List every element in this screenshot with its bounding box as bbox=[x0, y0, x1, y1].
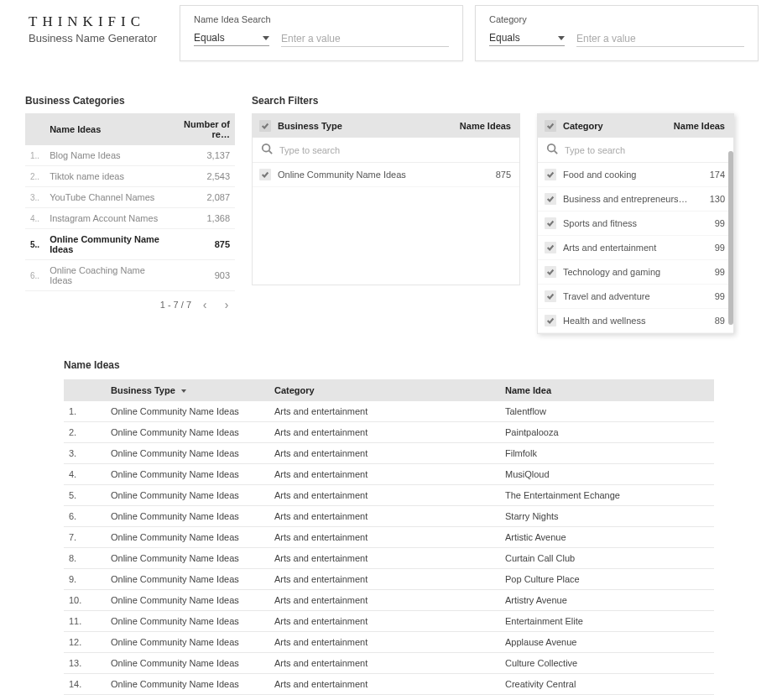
biz-cat-col-name[interactable]: Name Ideas bbox=[44, 113, 167, 145]
checkbox-icon[interactable] bbox=[545, 242, 556, 253]
filter-row-count: 174 bbox=[700, 170, 725, 180]
row-category: Arts and entertainment bbox=[269, 422, 500, 443]
name-ideas-col-biz[interactable]: Business Type bbox=[106, 379, 269, 401]
row-name-idea: Talentflow bbox=[500, 401, 714, 422]
business-type-filter-row[interactable]: Online Community Name Ideas875 bbox=[253, 163, 519, 187]
row-category: Arts and entertainment bbox=[269, 569, 500, 590]
name-ideas-row[interactable]: 15.Online Community Name IdeasArts and e… bbox=[64, 695, 714, 701]
business-category-row[interactable]: 5..Online Community Name Ideas875 bbox=[25, 229, 235, 260]
category-filter-panel: Category Name Ideas Food and cooking174B… bbox=[537, 113, 734, 334]
row-name-idea: Paintpalooza bbox=[500, 422, 714, 443]
row-name-idea: Artistry Avenue bbox=[500, 590, 714, 611]
name-idea-search-label: Name Idea Search bbox=[194, 14, 449, 24]
business-categories-table: Name Ideas Number of re… 1..Blog Name Id… bbox=[25, 113, 235, 291]
category-search-input[interactable] bbox=[565, 145, 725, 155]
row-name-idea: Entertainment Elite bbox=[500, 611, 714, 632]
name-idea-value-input[interactable] bbox=[281, 31, 449, 47]
row-count: 3,137 bbox=[167, 145, 235, 166]
pager-next-button[interactable]: › bbox=[218, 296, 235, 313]
name-ideas-section: Name Ideas Business Type Category Name I… bbox=[64, 359, 714, 700]
row-category: Arts and entertainment bbox=[269, 506, 500, 527]
row-name: YouTube Channel Names bbox=[44, 187, 167, 208]
row-count: 2,543 bbox=[167, 166, 235, 187]
row-business-type: Online Community Name Ideas bbox=[106, 527, 269, 548]
category-filter-row[interactable]: Sports and fitness99 bbox=[538, 212, 733, 236]
filter-row-name: Travel and adventure bbox=[563, 291, 700, 301]
business-type-header-count: Name Ideas bbox=[460, 121, 511, 131]
name-ideas-row[interactable]: 9.Online Community Name IdeasArts and en… bbox=[64, 569, 714, 590]
category-filter-row[interactable]: Business and entrepreneurs…130 bbox=[538, 187, 733, 212]
search-icon bbox=[546, 143, 558, 157]
filter-row-count: 99 bbox=[700, 243, 725, 253]
row-index: 4.. bbox=[25, 208, 44, 229]
biz-cat-col-count[interactable]: Number of re… bbox=[167, 113, 235, 145]
name-ideas-row[interactable]: 8.Online Community Name IdeasArts and en… bbox=[64, 548, 714, 569]
name-ideas-col-idea[interactable]: Name Idea bbox=[500, 379, 714, 401]
row-index: 11. bbox=[64, 611, 106, 632]
category-value-input[interactable] bbox=[576, 31, 744, 47]
row-count: 1,368 bbox=[167, 208, 235, 229]
name-idea-search-box: Name Idea Search Equals bbox=[180, 5, 463, 61]
row-index: 9. bbox=[64, 569, 106, 590]
name-ideas-row[interactable]: 2.Online Community Name IdeasArts and en… bbox=[64, 422, 714, 443]
category-filter-row[interactable]: Arts and entertainment99 bbox=[538, 236, 733, 260]
row-index: 6.. bbox=[25, 260, 44, 291]
caret-down-icon bbox=[263, 36, 269, 40]
name-ideas-row[interactable]: 5.Online Community Name IdeasArts and en… bbox=[64, 485, 714, 506]
filter-row-name: Food and cooking bbox=[563, 170, 700, 180]
category-filter-row[interactable]: Health and wellness89 bbox=[538, 309, 733, 333]
name-ideas-row[interactable]: 11.Online Community Name IdeasArts and e… bbox=[64, 611, 714, 632]
name-ideas-row[interactable]: 6.Online Community Name IdeasArts and en… bbox=[64, 506, 714, 527]
category-header-name: Category bbox=[563, 121, 674, 131]
category-operator-select[interactable]: Equals bbox=[489, 32, 565, 46]
checkbox-icon[interactable] bbox=[545, 290, 556, 302]
name-ideas-row[interactable]: 12.Online Community Name IdeasArts and e… bbox=[64, 632, 714, 653]
name-ideas-row[interactable]: 10.Online Community Name IdeasArts and e… bbox=[64, 590, 714, 611]
row-index: 5. bbox=[64, 485, 106, 506]
filter-row-name: Business and entrepreneurs… bbox=[563, 194, 700, 204]
checkbox-icon[interactable] bbox=[545, 315, 556, 326]
business-category-row[interactable]: 2..Tiktok name ideas2,543 bbox=[25, 166, 235, 187]
caret-down-icon bbox=[558, 36, 565, 40]
row-name: Online Community Name Ideas bbox=[44, 229, 167, 260]
category-header-count: Name Ideas bbox=[674, 121, 725, 131]
filter-row-count: 875 bbox=[486, 170, 511, 180]
checkbox-icon[interactable] bbox=[545, 193, 556, 205]
checkbox-icon[interactable] bbox=[545, 169, 556, 180]
name-ideas-row[interactable]: 7.Online Community Name IdeasArts and en… bbox=[64, 527, 714, 548]
checkbox-icon[interactable] bbox=[545, 266, 556, 278]
row-category: Arts and entertainment bbox=[269, 443, 500, 464]
business-category-row[interactable]: 3..YouTube Channel Names2,087 bbox=[25, 187, 235, 208]
pager-prev-button[interactable]: ‹ bbox=[196, 296, 213, 313]
row-name: Tiktok name ideas bbox=[44, 166, 167, 187]
name-ideas-row[interactable]: 1.Online Community Name IdeasArts and en… bbox=[64, 401, 714, 422]
business-category-row[interactable]: 4..Instagram Account Names1,368 bbox=[25, 208, 235, 229]
category-filter-row[interactable]: Food and cooking174 bbox=[538, 163, 733, 187]
row-index: 7. bbox=[64, 527, 106, 548]
row-category: Arts and entertainment bbox=[269, 653, 500, 674]
row-business-type: Online Community Name Ideas bbox=[106, 632, 269, 653]
filter-row-count: 99 bbox=[700, 218, 725, 228]
checkbox-icon[interactable] bbox=[545, 217, 556, 229]
row-name-idea: Starry Nights bbox=[500, 506, 714, 527]
row-category: Arts and entertainment bbox=[269, 401, 500, 422]
name-ideas-col-cat[interactable]: Category bbox=[269, 379, 500, 401]
business-category-row[interactable]: 1..Blog Name Ideas3,137 bbox=[25, 145, 235, 166]
name-ideas-row[interactable]: 4.Online Community Name IdeasArts and en… bbox=[64, 464, 714, 485]
row-business-type: Online Community Name Ideas bbox=[106, 590, 269, 611]
row-index: 12. bbox=[64, 632, 106, 653]
name-ideas-row[interactable]: 3.Online Community Name IdeasArts and en… bbox=[64, 443, 714, 464]
name-ideas-row[interactable]: 13.Online Community Name IdeasArts and e… bbox=[64, 653, 714, 674]
category-select-all-checkbox[interactable] bbox=[545, 120, 556, 132]
business-type-select-all-checkbox[interactable] bbox=[259, 120, 271, 132]
svg-line-3 bbox=[555, 151, 558, 154]
row-name: Blog Name Ideas bbox=[44, 145, 167, 166]
category-filter-row[interactable]: Technology and gaming99 bbox=[538, 260, 733, 285]
name-ideas-row[interactable]: 14.Online Community Name IdeasArts and e… bbox=[64, 674, 714, 695]
category-scrollbar[interactable] bbox=[728, 151, 733, 325]
name-idea-operator-select[interactable]: Equals bbox=[194, 32, 269, 46]
business-category-row[interactable]: 6..Online Coaching Name Ideas903 bbox=[25, 260, 235, 291]
checkbox-icon[interactable] bbox=[259, 169, 271, 180]
business-type-search-input[interactable] bbox=[279, 145, 511, 155]
category-filter-row[interactable]: Travel and adventure99 bbox=[538, 285, 733, 309]
